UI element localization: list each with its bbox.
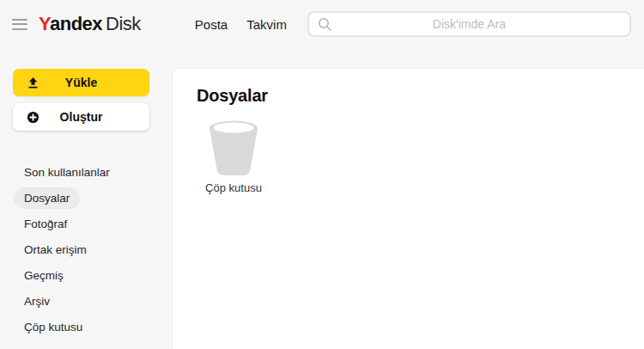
plus-circle-icon xyxy=(27,111,39,124)
main-content-panel: Dosyalar Çöp kutusu xyxy=(172,68,644,349)
sidebar-item-archive[interactable]: Arşiv xyxy=(14,291,60,312)
trash-folder-tile[interactable]: Çöp kutusu xyxy=(195,120,272,194)
nav-link-takvim[interactable]: Takvim xyxy=(246,17,287,32)
yandex-disk-logo[interactable]: YandexDisk xyxy=(39,13,141,35)
page-title: Dosyalar xyxy=(197,86,268,106)
sidebar-nav: Son kullanılanlar Dosyalar Fotoğraf Orta… xyxy=(14,162,120,342)
sidebar-item-shared[interactable]: Ortak erişim xyxy=(14,239,97,260)
sidebar: Yükle Oluştur Son kullanılanlar Dosyalar… xyxy=(0,48,172,349)
sidebar-item-trash[interactable]: Çöp kutusu xyxy=(14,316,93,338)
sidebar-item-files[interactable]: Dosyalar xyxy=(14,187,80,209)
logo-brand: Yandex xyxy=(39,13,102,34)
app-header: YandexDisk Posta Takvim xyxy=(0,0,644,48)
upload-icon xyxy=(27,77,39,89)
logo-product: Disk xyxy=(106,13,141,34)
sidebar-item-photos[interactable]: Fotoğraf xyxy=(14,213,77,235)
hamburger-menu-icon[interactable] xyxy=(12,19,27,30)
search-icon xyxy=(318,17,332,32)
search-box[interactable] xyxy=(307,11,631,37)
trash-folder-label: Çöp kutusu xyxy=(205,181,262,194)
create-button[interactable]: Oluştur xyxy=(13,103,149,131)
logo-brand-first-letter: Y xyxy=(39,13,50,34)
nav-link-posta[interactable]: Posta xyxy=(195,17,228,32)
logo-brand-rest: andex xyxy=(50,13,102,34)
trash-bin-icon xyxy=(209,120,258,177)
sidebar-item-recent[interactable]: Son kullanılanlar xyxy=(14,162,120,183)
search-input[interactable] xyxy=(309,13,629,35)
sidebar-item-history[interactable]: Geçmiş xyxy=(14,265,74,286)
upload-button[interactable]: Yükle xyxy=(13,69,149,96)
